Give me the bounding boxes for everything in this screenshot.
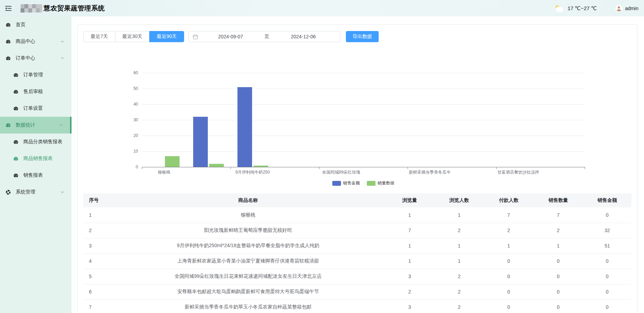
product-name-cell: 上海青新鲜农家蔬菜小青菜小油菜宁夏矮脚青仔供港青苗软糯清甜 (111, 253, 385, 269)
fold-menu-icon[interactable] (5, 5, 12, 12)
sidebar-item-sales-report[interactable]: 销售报表 (0, 167, 71, 184)
filter-toolbar: 最近7天最近30天最近90天 2024-09-07 至 2024-12-06 导… (83, 31, 637, 42)
table-cell: 1 (83, 207, 111, 223)
sidebar-item-category-sales-report[interactable]: 商品分类销售报表 (0, 133, 71, 150)
table-row: 2阳光玫瑰新鲜晴王葡萄应季脆甜无核好吃722232 (83, 223, 631, 238)
bar-sales-volume[interactable] (209, 164, 224, 167)
y-axis-tick-label: 60 (124, 71, 138, 75)
user-menu[interactable]: admin (615, 5, 638, 12)
table-cell: 0 (484, 253, 533, 269)
sidebar-item-data-statistics[interactable]: 数据统计 (0, 117, 71, 133)
sidebar-item-product-center[interactable]: 商品中心 (0, 33, 71, 50)
bar-sales-amount[interactable] (193, 117, 208, 167)
table-header: 序号商品名称浏览量浏览人数付款人数销售数量销售金额 (83, 193, 631, 207)
table-row: 1猕猴桃11770 (83, 207, 631, 223)
product-name-cell: 安尊顺丰包邮超大鸵鸟蛋鸸鹋蛋新鲜可食用蛋特大号驼鸟蛋端午节 (111, 284, 385, 299)
gauge-icon (13, 89, 18, 94)
gauge-icon (13, 156, 18, 161)
gauge-icon (5, 55, 11, 61)
gauge-icon (5, 22, 11, 28)
sidebar-item-product-sales-report[interactable]: 商品销售报表 (0, 150, 71, 167)
column-header: 浏览人数 (434, 193, 484, 207)
x-axis-category-label: 猕猴桃 (129, 169, 199, 175)
table-row: 39月伊利纯牛奶250ml*24/18盒整箱牛奶早餐全脂牛奶学生成人纯奶1111… (83, 238, 631, 253)
chart-legend: 销售金额销量数据 (142, 180, 585, 186)
sidebar-item-label: 售后审核 (23, 89, 43, 95)
legend-label: 销量数据 (378, 180, 394, 186)
blurred-logo (21, 3, 42, 14)
date-range-picker[interactable]: 2024-09-07 至 2024-12-06 (188, 31, 340, 42)
table-cell: 4 (83, 253, 111, 269)
column-header: 序号 (83, 193, 111, 207)
column-header: 销售金额 (583, 193, 631, 207)
legend-item[interactable]: 销量数据 (367, 180, 394, 186)
product-name-cell: 阳光玫瑰新鲜晴王葡萄应季脆甜无核好吃 (111, 223, 385, 238)
legend-item[interactable]: 销售金额 (332, 180, 360, 186)
date-separator: 至 (263, 33, 271, 40)
sidebar-item-label: 系统管理 (16, 189, 35, 195)
sidebar-item-label: 订单中心 (16, 55, 35, 61)
table-cell: 51 (583, 238, 631, 253)
sales-bar-chart: 0102030405060猕猴桃9月伊利纯牛奶250全国同城99朵红玫瑰新鲜采摘… (78, 42, 637, 193)
table-cell: 2 (385, 284, 434, 299)
gauge-icon (13, 72, 18, 78)
date-end-value[interactable]: 2024-12-06 (271, 34, 336, 39)
sidebar-item-order-management[interactable]: 订单管理 (0, 67, 71, 83)
content-panel: 最近7天最近30天最近90天 2024-09-07 至 2024-12-06 导… (77, 24, 637, 313)
sidebar-item-label: 商品分类销售报表 (23, 139, 62, 145)
x-axis-tick (142, 167, 142, 169)
table-cell: 2 (434, 223, 484, 238)
table-cell: 1 (385, 207, 434, 223)
table-cell: 5 (83, 269, 111, 284)
table-cell: 0 (533, 284, 583, 299)
table-cell: 2 (434, 269, 484, 284)
range-button-30d[interactable]: 最近30天 (115, 31, 150, 42)
column-header: 付款人数 (484, 193, 533, 207)
table-cell: 0 (583, 299, 631, 313)
product-sales-table: 序号商品名称浏览量浏览人数付款人数销售数量销售金额 1猕猴桃117702阳光玫瑰… (83, 193, 631, 313)
sidebar-item-home[interactable]: 首页 (0, 16, 71, 33)
sidebar-item-label: 商品销售报表 (23, 155, 53, 162)
sidebar-item-label: 数据统计 (16, 122, 35, 128)
table-cell: 0 (533, 253, 583, 269)
gridline (142, 104, 585, 105)
bar-sales-volume[interactable] (253, 166, 268, 167)
table-cell: 0 (583, 253, 631, 269)
table-row: 4上海青新鲜农家蔬菜小青菜小油菜宁夏矮脚青仔供港青苗软糯清甜11000 (83, 253, 631, 269)
bar-sales-amount[interactable] (237, 87, 252, 167)
product-name-cell: 全国同城99朵红玫瑰生日花束鲜花速递同城配送女友生日天津北京店 (111, 269, 385, 284)
export-data-button[interactable]: 导出数据 (346, 31, 379, 42)
gauge-icon (5, 122, 11, 128)
chevron-down-icon (60, 39, 65, 44)
x-axis-tick (496, 167, 497, 169)
legend-swatch (332, 181, 341, 186)
sidebar-item-after-sales-review[interactable]: 售后审核 (0, 83, 71, 100)
table-cell: 2 (434, 284, 484, 299)
product-name-cell: 9月伊利纯牛奶250ml*24/18盒整箱牛奶早餐全脂牛奶学生成人纯奶 (111, 238, 385, 253)
sidebar: 首页商品中心订单中心订单管理售后审核订单设置数据统计商品分类销售报表商品销售报表… (0, 16, 71, 313)
range-button-90d[interactable]: 最近90天 (149, 31, 184, 42)
table-cell: 1 (434, 253, 484, 269)
sidebar-item-label: 订单管理 (23, 72, 43, 78)
legend-swatch (367, 181, 376, 186)
x-axis-line (142, 167, 585, 167)
date-start-value[interactable]: 2024-09-07 (198, 34, 263, 39)
weather-text: 17 ℃~27 ℃ (568, 5, 597, 12)
sidebar-item-system-management[interactable]: 系统管理 (0, 184, 71, 200)
partly-cloudy-icon (554, 4, 565, 13)
avatar-person-icon (615, 5, 623, 12)
x-axis-category-label: 9月伊利纯牛奶250 (218, 169, 288, 175)
bar-sales-volume[interactable] (165, 156, 180, 167)
range-button-7d[interactable]: 最近7天 (83, 31, 115, 42)
sidebar-item-order-settings[interactable]: 订单设置 (0, 100, 71, 117)
table-cell: 7 (83, 299, 111, 313)
y-axis-tick-label: 20 (124, 133, 138, 138)
table-cell: 2 (484, 223, 533, 238)
y-axis-tick-label: 30 (124, 118, 138, 122)
sidebar-item-order-center[interactable]: 订单中心 (0, 50, 71, 67)
table-cell: 0 (583, 269, 631, 284)
table-cell: 3 (385, 269, 434, 284)
y-axis-tick-label: 0 (124, 165, 138, 169)
gridline (142, 151, 585, 152)
column-header: 销售数量 (533, 193, 583, 207)
